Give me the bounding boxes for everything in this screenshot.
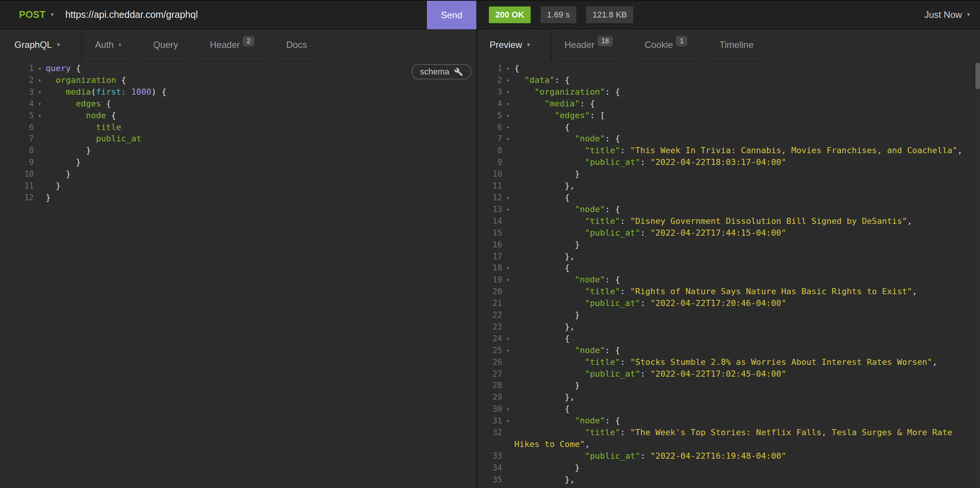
code-line: 30▾ { [477,403,980,415]
response-pane: Preview ▾ Header18Cookie1Timeline 1▾{2▾ … [477,29,980,488]
code-text: } [514,380,975,391]
fold-toggle-icon[interactable]: ▾ [34,75,46,86]
send-button[interactable]: Send [427,1,476,29]
code-text: "title": "Rights of Nature Says Nature H… [514,286,975,297]
code-text: organization { [46,75,476,86]
code-line: 12} [0,192,476,204]
code-text: "title": "This Week In Trivia: Cannabis,… [514,145,975,157]
fold-toggle-icon[interactable]: ▾ [502,486,514,488]
request-query-editor[interactable]: 1▾query {2▾ organization {3▾ media(first… [0,60,476,488]
code-text: { [514,403,975,415]
fold-toggle-icon[interactable]: ▾ [502,63,514,75]
code-line: 1▾query { [0,63,476,75]
fold-toggle-icon[interactable]: ▾ [502,204,514,216]
scrollbar-thumb[interactable] [975,63,980,89]
chevron-down-icon: ▾ [118,41,121,48]
fold-toggle-icon[interactable]: ▾ [502,262,514,274]
line-number: 12 [0,192,34,204]
code-text: } [46,145,476,157]
code-line: 5▾ node { [0,110,476,122]
line-number: 26 [477,356,502,368]
preview-mode-dropdown[interactable]: Preview ▾ [477,29,552,60]
line-number: 30 [477,403,502,415]
tab-label: Query [153,40,178,50]
fold-toggle-icon[interactable]: ▾ [502,274,514,286]
tab-header[interactable]: Header18 [555,29,623,60]
url-input[interactable]: https://api.cheddar.com/graphql [65,9,198,20]
fold-toggle-icon[interactable]: ▾ [34,63,46,75]
fold-toggle-icon[interactable]: ▾ [502,98,514,110]
code-text: "edges": [ [514,110,975,122]
fold-toggle-icon[interactable]: ▾ [502,110,514,122]
code-text: { [514,262,975,274]
code-line: 2▾ "data": { [477,75,980,86]
tab-query[interactable]: Query [143,29,188,60]
line-number: 17 [477,251,502,262]
line-number: 24 [477,333,502,345]
tab-docs[interactable]: Docs [276,29,317,60]
line-number: 10 [477,168,502,180]
schema-button[interactable]: schema [412,64,471,79]
fold-toggle-icon[interactable]: ▾ [34,86,46,98]
code-line: 23 }, [477,321,980,333]
url-bar: POST ▾ https://api.cheddar.com/graphql [0,1,427,29]
code-text: "node": { [514,274,975,286]
request-tabs: Auth▾QueryHeader2Docs [82,29,326,60]
fold-toggle-icon[interactable]: ▾ [502,403,514,415]
code-text: node { [46,110,476,122]
fold-toggle-icon[interactable]: ▾ [502,133,514,145]
line-number: 25 [477,345,502,356]
code-line: 26 "title": "Stocks Stumble 2.8% as Worr… [477,356,980,368]
code-line: 25▾ "node": { [477,345,980,356]
fold-toggle-icon[interactable]: ▾ [502,192,514,204]
tab-cookie[interactable]: Cookie1 [635,29,698,60]
scrollbar-track[interactable] [975,60,980,488]
tab-auth[interactable]: Auth▾ [85,29,131,60]
line-number: 4 [0,98,34,110]
method-dropdown[interactable]: POST ▾ [0,9,54,20]
code-text: "data": { [514,75,975,86]
fold-toggle-icon[interactable]: ▾ [34,110,46,122]
code-line: 21 "public_at": "2022-04-22T17:20:46-04:… [477,297,980,309]
code-line: 34 } [477,462,980,474]
fold-toggle-icon[interactable]: ▾ [502,345,514,356]
response-body-viewer[interactable]: 1▾{2▾ "data": {3▾ "organization": {4▾ "m… [477,60,980,488]
history-dropdown[interactable]: Just Now ▾ [924,10,970,20]
tab-count-badge: 2 [243,36,254,46]
code-text: } [514,462,975,474]
fold-toggle-icon[interactable]: ▾ [502,333,514,345]
code-line: 5▾ "edges": [ [477,110,980,122]
code-line: 18▾ { [477,262,980,274]
request-toolbar: POST ▾ https://api.cheddar.com/graphql S… [0,1,980,29]
line-number: 5 [0,110,34,122]
code-text: "public_at": "2022-04-22T16:19:48-04:00" [514,450,975,462]
tab-label: Docs [286,40,307,50]
code-text: public_at [46,133,476,145]
fold-toggle-icon[interactable]: ▾ [502,75,514,86]
fold-toggle-icon[interactable]: ▾ [502,122,514,134]
tab-header[interactable]: Header2 [200,29,264,60]
code-text: "public_at": "2022-04-22T17:02:45-04:00" [514,368,975,380]
fold-toggle-icon[interactable]: ▾ [502,415,514,427]
body-type-label: GraphQL [14,40,52,50]
chevron-down-icon: ▾ [51,11,54,19]
line-number: 19 [477,274,502,286]
body-type-dropdown[interactable]: GraphQL ▾ [0,29,82,60]
code-line: 7▾ "node": { [477,133,980,145]
tab-timeline[interactable]: Timeline [710,29,763,60]
fold-toggle-icon[interactable]: ▾ [502,86,514,98]
code-text: "media": { [514,98,975,110]
history-label: Just Now [924,10,962,20]
schema-button-label: schema [420,67,449,77]
line-number: 7 [0,133,34,145]
line-number: 11 [0,180,34,192]
code-line: 9 } [0,157,476,168]
code-text: { [514,333,975,345]
code-line: 20 "title": "Rights of Nature Says Natur… [477,286,980,297]
code-text: } [514,309,975,321]
code-line: 4▾ edges { [0,98,476,110]
time-badge: 1.69 s [541,6,576,23]
line-number: 9 [477,157,502,168]
line-number: 6 [477,122,502,134]
fold-toggle-icon[interactable]: ▾ [34,98,46,110]
